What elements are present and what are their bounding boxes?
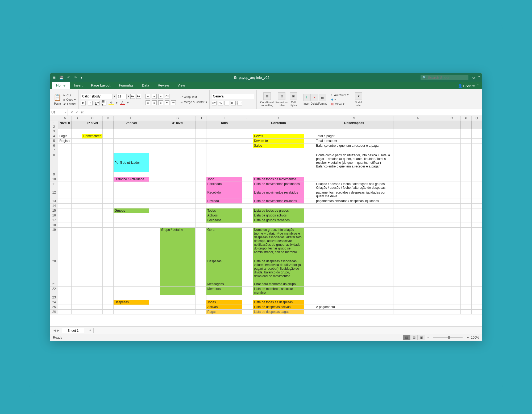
increase-font-button[interactable]: A▴ [130, 94, 135, 99]
col-header-Q[interactable]: Q [471, 116, 482, 121]
currency-button[interactable]: $▾ [212, 101, 217, 105]
cell[interactable] [82, 204, 103, 208]
cell[interactable] [253, 172, 304, 177]
insert-cells-button[interactable]: ⬇Insert [303, 90, 311, 109]
search-input[interactable] [428, 76, 465, 80]
row-header[interactable]: 12 [50, 121, 58, 129]
cell[interactable] [196, 204, 206, 208]
cell[interactable] [253, 148, 304, 153]
cell[interactable] [103, 172, 113, 177]
cell[interactable] [443, 223, 460, 228]
paste-button[interactable]: 📋 Paste [53, 90, 61, 109]
col-header-B[interactable]: B [72, 116, 82, 121]
undo-icon[interactable]: ↶ [67, 76, 70, 80]
cell[interactable] [149, 295, 160, 300]
cell[interactable] [58, 172, 72, 177]
cell[interactable] [206, 172, 242, 177]
cell[interactable] [113, 172, 149, 177]
font-color-button[interactable]: A [120, 101, 125, 105]
cell[interactable] [72, 129, 82, 134]
cell[interactable] [461, 148, 471, 153]
cell[interactable] [253, 295, 304, 300]
name-box[interactable]: U1▾ [50, 109, 68, 116]
fill-button[interactable]: ◆▾ [331, 98, 349, 101]
cell[interactable] [206, 204, 242, 208]
cell[interactable] [242, 223, 253, 228]
conditional-formatting-button[interactable]: ▦Conditional Formatting [259, 90, 275, 109]
percent-button[interactable]: % [218, 101, 223, 105]
cell[interactable] [304, 172, 315, 177]
cell[interactable] [443, 172, 460, 177]
sheet-nav-next-icon[interactable]: ▶ [57, 329, 59, 332]
sheet-nav-prev-icon[interactable]: ◀ [53, 329, 56, 332]
format-as-table-button[interactable]: ▤Format as Table [275, 90, 288, 109]
cell[interactable] [242, 129, 253, 134]
qat-more-icon[interactable]: ▾ [81, 76, 82, 80]
cell[interactable] [160, 129, 196, 134]
cell[interactable] [196, 295, 206, 300]
merge-center-button[interactable]: ⬌Merge & Center ▾ [180, 100, 207, 104]
cell[interactable] [149, 172, 160, 177]
number-format-select[interactable] [212, 94, 254, 99]
page-layout-view-button[interactable]: ▤ [410, 335, 418, 340]
cell[interactable] [196, 172, 206, 177]
decrease-indent-button[interactable]: ⇤ [165, 100, 169, 105]
bold-button[interactable]: B [81, 101, 86, 105]
tab-formulas[interactable]: Formulas [115, 82, 138, 89]
border-button[interactable]: ▦ ▾ [102, 101, 106, 105]
cell[interactable] [82, 172, 103, 177]
cell[interactable] [471, 148, 482, 153]
zoom-out-button[interactable]: − [427, 336, 429, 339]
cell[interactable] [304, 223, 315, 228]
cut-button[interactable]: ✂Cut [63, 94, 76, 97]
redo-icon[interactable]: ↷ [74, 76, 77, 80]
cell[interactable] [113, 148, 149, 153]
col-header-F[interactable]: F [149, 116, 160, 121]
cell[interactable] [196, 223, 206, 228]
cell[interactable] [304, 295, 315, 300]
cell[interactable] [242, 148, 253, 153]
col-header-N[interactable]: N [393, 116, 443, 121]
add-sheet-button[interactable]: + [87, 328, 94, 333]
cell[interactable] [315, 148, 393, 153]
cell[interactable] [253, 129, 304, 134]
col-header-G[interactable]: G [160, 116, 196, 121]
cell[interactable] [72, 204, 82, 208]
cell[interactable] [206, 295, 242, 300]
col-header-K[interactable]: K [253, 116, 304, 121]
app-icon[interactable]: ▦ [52, 76, 56, 80]
cell[interactable] [149, 148, 160, 153]
normal-view-button[interactable]: ▦ [403, 335, 410, 340]
cell[interactable] [315, 295, 393, 300]
align-bottom-button[interactable]: ≡ [158, 94, 163, 99]
smiley-icon[interactable]: ☺ [472, 76, 475, 80]
cell[interactable] [103, 148, 113, 153]
cell[interactable] [72, 172, 82, 177]
cell[interactable] [113, 129, 149, 134]
cell[interactable] [461, 172, 471, 177]
cell[interactable] [160, 295, 196, 300]
collapse-ribbon-icon[interactable]: ˆ [479, 76, 480, 80]
cell[interactable] [443, 204, 460, 208]
increase-decimal-button[interactable]: .0→ [231, 101, 236, 105]
align-left-button[interactable]: ≡ [146, 100, 150, 105]
enter-formula-icon[interactable]: ✓ [76, 110, 78, 114]
cell[interactable] [471, 223, 482, 228]
cell[interactable] [72, 295, 82, 300]
cell[interactable] [461, 129, 471, 134]
cell[interactable] [72, 148, 82, 153]
row-header[interactable]: 23 [50, 295, 58, 300]
cell[interactable] [58, 129, 72, 134]
save-icon[interactable]: 💾 [59, 76, 64, 80]
cell[interactable] [304, 204, 315, 208]
cell[interactable]: Nível 0 [58, 121, 72, 129]
cell[interactable] [443, 295, 460, 300]
cell-styles-button[interactable]: ▣Cell Styles [288, 90, 299, 109]
col-header-O[interactable]: O [443, 116, 460, 121]
cell[interactable] [471, 295, 482, 300]
wrap-text-button[interactable]: ↩Wrap Text [180, 95, 207, 99]
cell[interactable] [82, 295, 103, 300]
row-header[interactable]: 14 [50, 204, 58, 208]
cell[interactable] [393, 148, 443, 153]
orientation-button[interactable]: ⟲▾ [165, 94, 169, 99]
